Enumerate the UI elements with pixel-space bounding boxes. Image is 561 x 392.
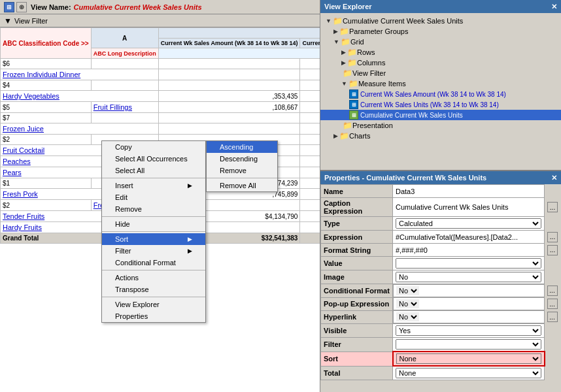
ctx-properties[interactable]: Properties — [102, 310, 205, 322]
sort-submenu: Ascending Descending Remove Remove All — [206, 140, 278, 192]
prop-type-value[interactable]: Calculated — [393, 217, 545, 231]
prop-expr-value[interactable] — [393, 231, 545, 244]
prop-hl-value[interactable]: No — [393, 310, 545, 323]
ctx-select-all-occurrences[interactable]: Select All Occurrences — [102, 153, 205, 165]
prop-type-select[interactable]: Calculated — [396, 218, 541, 229]
tender-veg-a — [91, 80, 158, 91]
prop-total-select[interactable]: None — [396, 368, 541, 378]
fruit-fillings-product[interactable]: Fruit Fillings — [91, 102, 158, 113]
view-explorer-close-icon[interactable]: ✕ — [551, 3, 557, 11]
grid-icon[interactable]: ⊞ — [4, 2, 14, 12]
ctx-remove[interactable]: Remove — [102, 203, 205, 215]
prop-image-select[interactable]: No — [396, 272, 541, 282]
tree-measure-items[interactable]: ▼ 📁 Measure Items — [320, 78, 561, 89]
prop-cf-value[interactable]: No — [393, 284, 545, 297]
ctx-conditional-format[interactable]: Conditional Format — [102, 257, 205, 269]
ctx-select-all[interactable]: Select All — [102, 165, 205, 176]
root-label: Cumulative Current Week Sales Units — [343, 17, 463, 25]
prop-hl-input[interactable] — [419, 313, 541, 321]
prop-visible-value[interactable]: Yes — [393, 324, 545, 338]
prop-hl-btn[interactable]: ... — [547, 312, 558, 322]
ctx-actions[interactable]: Actions — [102, 272, 205, 284]
ctx-sort[interactable]: Sort ▶ — [102, 233, 205, 245]
col-b-header: B — [158, 28, 320, 39]
prop-sort-select[interactable]: None — [396, 353, 541, 364]
prop-popup-value[interactable]: No — [393, 297, 545, 310]
ctx-edit[interactable]: Edit — [102, 191, 205, 203]
ctx-insert[interactable]: Insert ▶ — [102, 180, 205, 191]
product-family-header[interactable]: Product Family — [158, 48, 320, 59]
tree-container[interactable]: ▼ 📁 Cumulative Current Week Sales Units … — [320, 13, 561, 170]
prop-name-value[interactable] — [393, 185, 545, 198]
frozen-juice-amt1 — [158, 123, 300, 135]
sort-remove[interactable]: Remove — [207, 165, 277, 176]
mi-folder-icon: 📁 — [348, 79, 358, 88]
prop-caption-input[interactable] — [396, 203, 541, 211]
tender-veg-amt1 — [158, 80, 300, 91]
prop-cf-select[interactable]: No — [396, 286, 419, 295]
prop-hl-select[interactable]: No — [396, 312, 419, 321]
prop-popup-btn[interactable]: ... — [547, 299, 558, 309]
sort-remove-all[interactable]: Remove All — [207, 180, 277, 191]
prop-cf-btn[interactable]: ... — [547, 286, 558, 296]
tree-rows[interactable]: ▶ 📁 Rows — [320, 47, 561, 57]
prop-format-value[interactable] — [393, 244, 545, 257]
prop-format-btn-cell: ... — [545, 244, 561, 257]
ctx-filter[interactable]: Filter ▶ — [102, 245, 205, 257]
view-filter-bar[interactable]: ▼ View Filter — [0, 14, 320, 27]
ctx-view-explorer[interactable]: View Explorer — [102, 299, 205, 310]
ctx-copy[interactable]: Copy — [102, 141, 205, 153]
prop-filter-select[interactable] — [396, 339, 541, 350]
prop-expr-btn[interactable]: ... — [547, 232, 558, 242]
applesauce-a — [91, 113, 158, 123]
properties-close-icon[interactable]: ✕ — [551, 174, 557, 182]
tree-measure-cwsa[interactable]: ⊞ Current Wk Sales Amount (Wk 38 14 to W… — [320, 89, 561, 99]
specialty-canned-code: $2 — [1, 135, 92, 145]
sort-ascending[interactable]: Ascending — [207, 141, 277, 153]
prop-filter-value[interactable] — [393, 338, 545, 352]
prop-caption-btn[interactable]: ... — [547, 202, 558, 212]
tree-parameter-groups[interactable]: ▶ 📁 Parameter Groups — [320, 26, 561, 37]
sort-descending[interactable]: Descending — [207, 153, 277, 165]
prop-name-spacer — [545, 185, 561, 198]
ctx-divider-4 — [102, 270, 205, 270]
title-bar: ⊞ ⊕ View Name: Cumulative Current Week S… — [0, 0, 320, 14]
move-icon[interactable]: ⊕ — [16, 2, 27, 12]
prop-popup-input[interactable] — [419, 300, 541, 308]
frozen-dinner-product[interactable]: Frozen Individual Dinner — [1, 69, 159, 80]
prop-name-input[interactable] — [396, 188, 541, 195]
view-filter-label: View Filter — [14, 17, 48, 25]
prop-value-select[interactable] — [396, 258, 541, 269]
abc-desc-header: ABC Long Description — [91, 48, 158, 59]
tree-columns[interactable]: ▶ 📁 Columns — [320, 57, 561, 68]
prop-format-btn[interactable]: ... — [547, 245, 558, 255]
tree-grid[interactable]: ▼ 📁 Grid — [320, 37, 561, 47]
tender-fruits-units1: 67,540 — [300, 211, 320, 222]
prop-image-value[interactable]: No — [393, 270, 545, 284]
tree-presentation[interactable]: 📁 Presentation — [320, 120, 561, 131]
mi-label: Measure Items — [358, 80, 406, 88]
prop-cf-input[interactable] — [419, 287, 541, 295]
tree-measure-cum[interactable]: ⊞ Cumulative Current Wk Sales Units — [320, 110, 561, 120]
prop-expr-input[interactable] — [396, 233, 541, 241]
prop-visible-select[interactable]: Yes — [396, 325, 541, 336]
prop-format-input[interactable] — [396, 246, 541, 254]
prop-total-value[interactable]: None — [393, 366, 545, 380]
prop-row-popup: Pop-up Expression No ... — [321, 297, 561, 310]
ctx-hide[interactable]: Hide — [102, 218, 205, 230]
prop-sort-value[interactable]: None — [393, 351, 545, 366]
prop-value-value[interactable] — [393, 257, 545, 270]
specialty-canned-units1 — [300, 135, 320, 145]
prop-popup-select[interactable]: No — [396, 299, 419, 308]
cum-icon: ⊞ — [349, 110, 358, 120]
tree-root[interactable]: ▼ 📁 Cumulative Current Week Sales Units — [320, 16, 561, 26]
tree-measure-cwsu[interactable]: ⊞ Current Wk Sales Units (Wk 38 14 to Wk… — [320, 99, 561, 110]
frozen-dinner-link[interactable]: Frozen Individual Dinner — [3, 71, 80, 78]
hardy-veg-product[interactable]: Hardy Vegetables — [1, 91, 159, 102]
tree-view-filter[interactable]: 📁 View Filter — [320, 68, 561, 78]
ctx-transpose[interactable]: Transpose — [102, 284, 205, 295]
frozen-juice-product[interactable]: Frozen Juice — [1, 123, 159, 135]
prop-caption-value[interactable] — [393, 198, 545, 217]
tree-charts[interactable]: ▶ 📁 Charts — [320, 131, 561, 141]
prop-row-caption: Caption Expression ... — [321, 198, 561, 217]
